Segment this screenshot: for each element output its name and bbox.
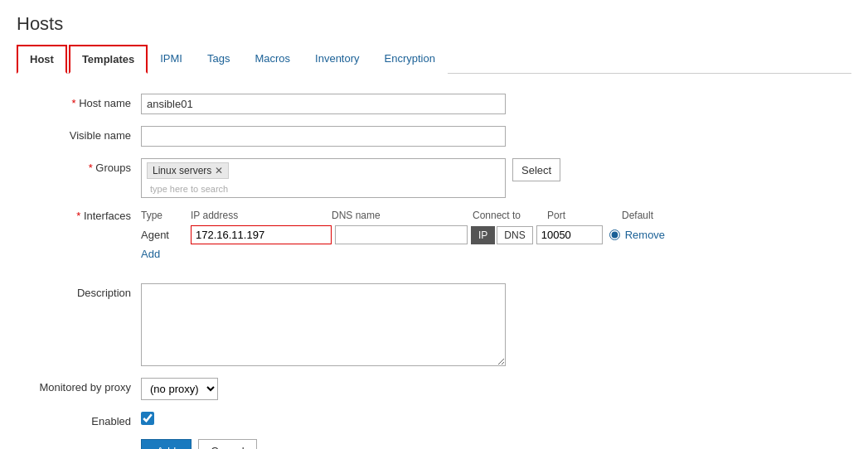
groups-row: Groups Linux servers ✕ type here to sear… [33,158,851,198]
form-buttons: Add Cancel [141,439,851,449]
groups-input-box[interactable]: Linux servers ✕ type here to search [141,158,506,198]
hostname-input[interactable] [141,94,506,114]
tab-inventory[interactable]: Inventory [303,45,371,74]
tab-templates[interactable]: Templates [69,45,148,74]
group-tag-remove[interactable]: ✕ [215,165,223,176]
enabled-checkbox[interactable] [141,412,154,425]
description-row: Description [33,283,851,366]
description-textarea[interactable] [141,283,506,366]
interfaces-columns: Type IP address DNS name Connect to Port… [141,210,680,221]
visiblename-input[interactable] [141,126,506,147]
col-ip-header: IP address [191,210,332,221]
col-type-header: Type [141,210,191,221]
tab-ipmi[interactable]: IPMI [148,45,195,74]
connect-buttons: IP DNS [471,226,533,244]
host-form: Host name Visible name Groups Linux serv… [17,90,851,449]
groups-select-button[interactable]: Select [512,158,560,181]
proxy-label: Monitored by proxy [33,378,141,393]
add-button[interactable]: Add [141,439,192,449]
agent-type-label: Agent [141,229,191,241]
col-dns-header: DNS name [332,210,473,221]
agent-dns-input[interactable] [335,225,468,244]
tab-host[interactable]: Host [17,45,67,74]
proxy-row: Monitored by proxy (no proxy) [33,378,851,400]
col-port-header: Port [547,210,622,221]
agent-interface-row: Agent IP DNS Remove [33,225,851,244]
interfaces-header-row: Interfaces Type IP address DNS name Conn… [33,210,851,222]
remove-interface-link[interactable]: Remove [625,229,665,241]
group-tag-label: Linux servers [153,165,211,176]
default-radio[interactable] [609,229,620,240]
tabs-bar: Host Templates IPMI Tags Macros Inventor… [17,45,851,74]
proxy-select[interactable]: (no proxy) [141,378,218,400]
groups-wrapper: Linux servers ✕ type here to search Sele… [141,158,560,198]
cancel-button[interactable]: Cancel [198,439,256,449]
agent-ip-input[interactable] [191,225,332,244]
connect-dns-button[interactable]: DNS [497,226,532,244]
visiblename-row: Visible name [33,126,851,147]
visiblename-label: Visible name [33,126,141,142]
page-title: Hosts [17,13,851,35]
groups-search-hint: type here to search [147,182,500,194]
group-tag-linux-servers: Linux servers ✕ [147,162,229,179]
col-connect-header: Connect to [473,210,547,221]
enabled-label: Enabled [33,412,141,427]
add-interface-row: Add [33,248,851,272]
add-interface-link[interactable]: Add [141,248,160,260]
connect-ip-button[interactable]: IP [471,226,495,244]
interfaces-label: Interfaces [33,210,141,222]
hostname-row: Host name [33,94,851,114]
port-input[interactable] [536,225,603,244]
tab-tags[interactable]: Tags [195,45,242,74]
groups-label: Groups [33,158,141,174]
tab-macros[interactable]: Macros [242,45,303,74]
hostname-label: Host name [33,94,141,109]
col-default-header: Default [622,210,680,221]
enabled-row: Enabled [33,412,851,427]
tab-encryption[interactable]: Encryption [372,45,448,74]
description-label: Description [33,283,141,299]
